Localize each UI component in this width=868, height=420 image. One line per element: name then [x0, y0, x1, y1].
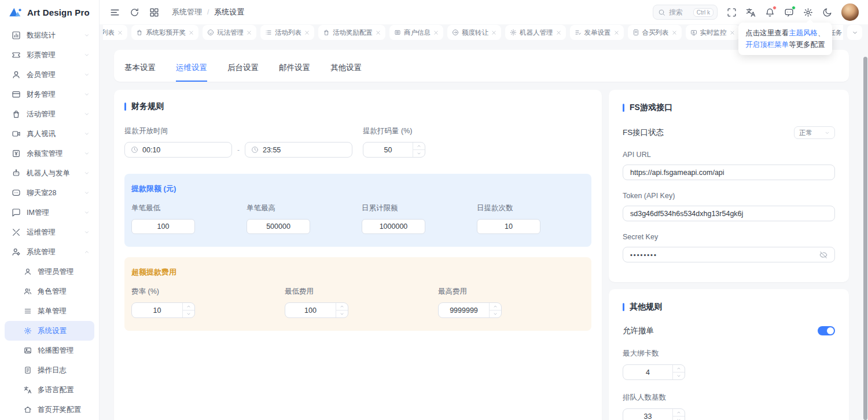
sidebar-item[interactable]: 轮播图管理 [5, 341, 94, 360]
allow-cancel-toggle[interactable] [818, 326, 835, 335]
stepper-up-icon[interactable] [413, 143, 425, 150]
other-field-input[interactable]: 4 [623, 364, 685, 380]
refresh-icon[interactable] [130, 8, 139, 17]
sidebar-item-icon [12, 70, 21, 79]
stepper-down-icon[interactable] [183, 311, 194, 317]
close-icon[interactable] [247, 30, 252, 35]
limit-field-input[interactable]: 500000 [247, 219, 310, 234]
stepper-up-icon[interactable] [673, 409, 685, 417]
api-url-input[interactable]: https://api.fsgameapi.com/api [623, 165, 835, 180]
tab[interactable]: 商户信息 [389, 25, 443, 40]
tab[interactable]: 合买列表 [628, 25, 682, 40]
close-icon[interactable] [376, 30, 381, 35]
close-icon[interactable] [304, 30, 310, 35]
settings-tab[interactable]: 基本设置 [124, 62, 156, 82]
close-icon[interactable] [433, 30, 439, 35]
translate-icon[interactable] [746, 8, 756, 17]
stepper-down-icon[interactable] [336, 311, 348, 317]
tab[interactable]: 玩法管理 [203, 25, 256, 40]
close-icon[interactable] [491, 30, 496, 35]
eye-off-icon[interactable] [819, 251, 827, 259]
number-stepper [336, 303, 348, 317]
settings-tab[interactable]: 后台设置 [227, 62, 259, 82]
theme-style-link[interactable]: 主题风格 [789, 29, 818, 37]
fee-field-input[interactable]: 9999999 [438, 302, 502, 318]
stepper-down-icon[interactable] [413, 150, 425, 157]
settings-tab[interactable]: 其他设置 [330, 62, 362, 82]
search-input[interactable]: 搜索 Ctrl k [653, 5, 718, 20]
tab[interactable]: 机器人管理 [505, 25, 566, 40]
sidebar-item[interactable]: 聊天室28 [5, 183, 94, 203]
sidebar-item[interactable]: 余额宝管理 [5, 144, 94, 163]
apps-grid-icon[interactable] [149, 8, 159, 17]
settings-icon[interactable] [803, 8, 813, 17]
stepper-down-icon[interactable] [673, 372, 685, 379]
fee-field-input[interactable]: 10 [131, 302, 195, 318]
darkmode-icon[interactable] [822, 8, 832, 17]
tab[interactable]: 实时监控 [686, 25, 740, 40]
sidebar-item[interactable]: 角色管理 [5, 282, 94, 301]
notification-icon[interactable] [765, 8, 775, 17]
tab[interactable]: 额度转让 [447, 25, 501, 40]
close-icon[interactable] [556, 30, 561, 35]
sidebar-item[interactable]: 系统设置 [5, 321, 94, 341]
other-field-input[interactable]: 33 [623, 408, 685, 420]
sidebar-item[interactable]: 操作日志 [5, 360, 94, 380]
chat-icon[interactable] [784, 8, 794, 17]
stepper-up-icon[interactable] [183, 303, 194, 311]
sidebar-item[interactable]: 财务管理 [5, 85, 94, 104]
fullscreen-icon[interactable] [727, 8, 737, 17]
stepper-up-icon[interactable] [490, 303, 501, 311]
sidebar-item[interactable]: 菜单管理 [5, 301, 94, 321]
sidebar-item[interactable]: 运维管理 [5, 222, 94, 242]
turnover-input[interactable]: 50 [363, 142, 425, 158]
sidebar-item[interactable]: 首页开奖配置 [5, 400, 94, 419]
sidebar-item[interactable]: 数据统计 [5, 25, 94, 45]
limit-field-input[interactable]: 100 [131, 219, 195, 234]
sidebar-item[interactable]: 活动管理 [5, 104, 94, 124]
other-field: 最大绑卡数 4 [623, 349, 835, 380]
stepper-up-icon[interactable] [673, 365, 685, 372]
number-stepper [413, 143, 425, 157]
stepper-down-icon[interactable] [673, 417, 685, 420]
close-icon[interactable] [189, 30, 194, 35]
settings-tab[interactable]: 运维设置 [176, 62, 207, 82]
sidebar-item[interactable]: 真人视讯 [5, 124, 94, 144]
breadcrumb-item[interactable]: 系统管理 [172, 7, 202, 17]
close-icon[interactable] [117, 30, 123, 35]
token-input[interactable]: sd3g46df534h6s534dxhg13r54gk6j [623, 206, 835, 221]
limit-field-input[interactable]: 1000000 [362, 219, 425, 234]
secret-key-input[interactable]: •••••••• [623, 247, 835, 262]
fee-field-input[interactable]: 100 [285, 302, 348, 318]
stepper-up-icon[interactable] [336, 303, 348, 311]
close-icon[interactable] [614, 30, 619, 35]
tooltip-text: 点击这里查看 [745, 29, 789, 37]
sidebar-item[interactable]: 机器人与发单 [5, 163, 94, 183]
tab[interactable]: 活动列表 [260, 25, 314, 40]
withdraw-time-from-input[interactable]: 00:10 [124, 142, 232, 158]
fs-status-select[interactable]: 正常 [794, 126, 835, 139]
stepper-down-icon[interactable] [490, 311, 501, 317]
settings-tab[interactable]: 邮件设置 [279, 62, 310, 82]
topbar-menu-link[interactable]: 开启顶栏菜单 [745, 41, 789, 49]
collapse-menu-icon[interactable] [110, 8, 120, 17]
close-icon[interactable] [672, 30, 677, 35]
sidebar-item[interactable]: 彩票管理 [5, 45, 94, 65]
user-avatar[interactable] [841, 3, 859, 21]
tab[interactable]: 发单设置 [570, 25, 624, 40]
breadcrumb: 系统管理系统设置 [172, 7, 244, 17]
limit-field-input[interactable]: 10 [477, 219, 540, 234]
sidebar-item[interactable]: IM管理 [5, 203, 94, 222]
breadcrumb-item[interactable]: 系统设置 [202, 7, 244, 17]
withdraw-time-to-input[interactable]: 23:55 [245, 142, 352, 158]
tab[interactable]: 活动奖励配置 [318, 25, 385, 40]
page-scrollbar[interactable] [863, 57, 867, 420]
tab[interactable]: 系统彩预开奖 [131, 25, 198, 40]
sidebar-item[interactable]: 多语言配置 [5, 380, 94, 400]
close-icon[interactable] [730, 30, 735, 35]
tabs-dropdown-button[interactable] [847, 25, 862, 40]
sidebar-item[interactable]: 系统管理 [5, 242, 94, 262]
sidebar-item[interactable]: 会员管理 [5, 65, 94, 85]
sidebar-item[interactable]: 管理员管理 [5, 262, 94, 282]
tab[interactable]: 列表 [103, 25, 127, 40]
